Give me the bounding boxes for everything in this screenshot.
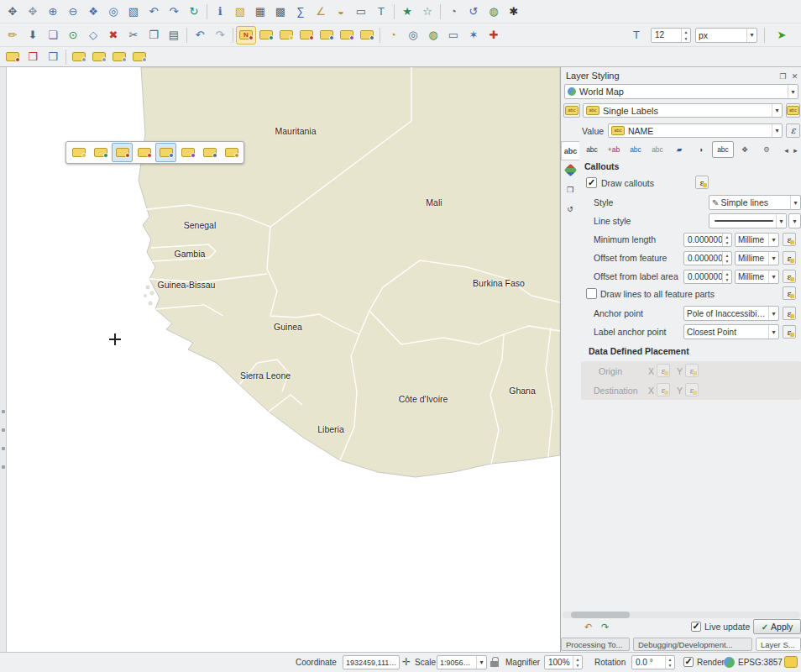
crs-value[interactable]: EPSG:3857 — [738, 658, 783, 667]
offset-from-label-area-unit-combo[interactable]: Millime — [735, 270, 779, 284]
minimum-length-dd-button[interactable] — [783, 233, 796, 246]
form-annotation-icon[interactable]: T — [371, 3, 391, 21]
font-unit-combo[interactable]: px — [695, 28, 757, 43]
save-edits-icon[interactable]: ⬇ — [23, 26, 43, 45]
layer-select-combo[interactable]: World Map — [564, 84, 798, 99]
font-size-spinner[interactable]: 12 — [651, 28, 691, 43]
lock-scale-icon[interactable] — [490, 661, 499, 667]
scale-combo[interactable]: 1:9056950 — [437, 655, 487, 669]
float-panel-icon[interactable] — [777, 71, 788, 81]
new-bookmark-icon[interactable]: ★ — [397, 3, 417, 21]
copy-style-icon[interactable]: ❒ — [23, 48, 43, 66]
offset-from-feature-unit-combo[interactable]: Millime — [735, 251, 779, 265]
layer-diagram-options-icon[interactable]: ◍ — [423, 26, 443, 45]
log-messages-icon[interactable] — [784, 656, 798, 668]
rotate-label-button[interactable] — [177, 143, 198, 162]
anchor-point-dd-button[interactable] — [783, 307, 796, 320]
select-features-icon[interactable]: ▧ — [230, 3, 250, 21]
history-panel-tab[interactable]: ↺ — [561, 199, 579, 218]
pin-unpin-labels-button[interactable] — [90, 143, 111, 162]
rotate-label-icon[interactable] — [337, 26, 357, 45]
callout-style-combo[interactable]: ✎ Simple lines — [709, 195, 801, 210]
metasearch-icon[interactable]: ◍ — [484, 3, 504, 21]
field-calculator-icon[interactable]: ▩ — [270, 3, 291, 21]
map-canvas[interactable]: MauritaniaMaliSenegalGambiaGuinea-Bissau… — [7, 67, 560, 652]
background-tab[interactable]: ▰ — [668, 141, 690, 158]
undo-style-button[interactable]: ↶ — [581, 620, 595, 633]
zoom-out-icon[interactable]: ⊖ — [63, 3, 83, 21]
spinner-arrows[interactable] — [665, 656, 674, 669]
labeling-options-icon[interactable]: N — [236, 26, 256, 45]
zoom-in-icon[interactable]: ⊕ — [43, 3, 63, 21]
undo-icon[interactable]: ↶ — [190, 26, 210, 45]
offset-from-label-area-spinner[interactable]: 0.000000 — [683, 270, 732, 284]
show-hide-labels-icon[interactable] — [296, 26, 317, 45]
copy-features-icon[interactable]: ❐ — [144, 26, 164, 45]
show-bookmarks-icon[interactable]: ☆ — [417, 3, 437, 21]
delete-selected-icon[interactable]: ✖ — [103, 26, 123, 45]
placement-tab[interactable]: ✥ — [734, 141, 756, 158]
pin-unpin-labels-icon[interactable] — [256, 26, 276, 45]
value-field-combo[interactable]: abc NAME — [608, 123, 783, 138]
scrollbar-thumb[interactable] — [571, 612, 630, 618]
diagram-options-icon[interactable]: ◔ — [383, 26, 403, 45]
pin-labels-toolbar-icon[interactable] — [69, 48, 89, 66]
debugging-tools-icon[interactable]: ✱ — [504, 3, 524, 21]
svg-annotation-icon[interactable]: ✶ — [463, 26, 484, 45]
nudge-label-icon[interactable]: ➤ — [772, 26, 792, 45]
label-anchor-dd-button[interactable] — [783, 325, 796, 339]
extents-icon[interactable]: ✛ — [402, 656, 411, 668]
identify-features-icon[interactable]: ℹ — [210, 3, 230, 21]
change-callout-properties-button[interactable] — [221, 143, 242, 162]
redo-icon[interactable]: ↷ — [210, 26, 230, 45]
mask-tab[interactable]: abc — [647, 141, 668, 158]
draw-lines-dd-button[interactable] — [783, 286, 796, 300]
font-size-arrows[interactable] — [681, 29, 690, 42]
change-label-properties-icon[interactable] — [357, 26, 377, 45]
pan-map-icon[interactable]: ✥ — [3, 3, 23, 21]
paste-features-icon[interactable]: ▤ — [164, 26, 184, 45]
coordinate-input[interactable]: 1932459,1115481 — [343, 655, 400, 669]
move-diagram-icon[interactable]: ◎ — [403, 26, 423, 45]
statistical-summary-icon[interactable]: ∑ — [291, 3, 311, 21]
symbology-panel-tab[interactable] — [561, 160, 579, 180]
threed-panel-tab[interactable]: ❒ — [561, 180, 579, 199]
text-tab[interactable]: abc — [581, 141, 603, 158]
offset-from-label-area-dd-button[interactable] — [783, 270, 796, 283]
close-panel-icon[interactable] — [789, 71, 800, 81]
crs-globe-icon[interactable] — [724, 657, 735, 668]
highlight-pinned-labels-icon[interactable] — [276, 26, 296, 45]
origin-y-dd-button[interactable] — [685, 364, 699, 377]
shadow-tab[interactable]: ◗ — [690, 141, 712, 158]
minimum-length-unit-combo[interactable]: Millime — [735, 233, 779, 247]
automated-placement-settings-button[interactable] — [786, 103, 800, 118]
draw-lines-all-parts-checkbox[interactable] — [586, 288, 597, 299]
toggle-editing-icon[interactable]: ✏ — [3, 26, 23, 45]
callout-tab[interactable]: abc — [712, 141, 734, 158]
zoom-to-layer-icon[interactable]: ▧ — [123, 3, 144, 21]
show-unplaced-labels-button[interactable] — [134, 143, 154, 162]
vertex-tool-icon[interactable]: ◇ — [83, 26, 103, 45]
line-style-combo[interactable] — [709, 213, 787, 228]
rotate-labels-toolbar-icon[interactable] — [129, 48, 149, 66]
draw-callouts-dd-button[interactable] — [695, 176, 709, 189]
open-attribute-table-icon[interactable]: ▦ — [250, 3, 270, 21]
spinner-arrows[interactable] — [722, 234, 731, 246]
map-tips-icon[interactable]: ◒ — [331, 3, 351, 21]
formatting-tab[interactable]: +ab — [603, 141, 625, 158]
tab-layer-styling[interactable]: Layer S... — [756, 638, 801, 651]
highlight-pinned-labels-button[interactable] — [68, 143, 89, 162]
move-labels-toolbar-icon[interactable] — [109, 48, 129, 66]
change-label-properties-button[interactable] — [199, 143, 220, 162]
labels-mode-icon-button[interactable] — [563, 103, 580, 118]
paste-style-icon[interactable]: ❒ — [43, 48, 63, 66]
rotation-spinner[interactable]: 0.0 ° — [631, 655, 675, 669]
rendering-tab[interactable]: ⚙ — [756, 141, 777, 158]
zoom-full-extent-icon[interactable]: ❖ — [83, 3, 103, 21]
marker-annotation-icon[interactable]: ✚ — [484, 26, 504, 45]
tab-scroll-right-icon[interactable] — [790, 144, 801, 155]
cut-features-icon[interactable]: ✂ — [123, 26, 144, 45]
origin-x-dd-button[interactable] — [657, 364, 670, 377]
magnifier-spinner[interactable]: 100% — [544, 655, 583, 669]
offset-from-feature-dd-button[interactable] — [783, 251, 796, 265]
